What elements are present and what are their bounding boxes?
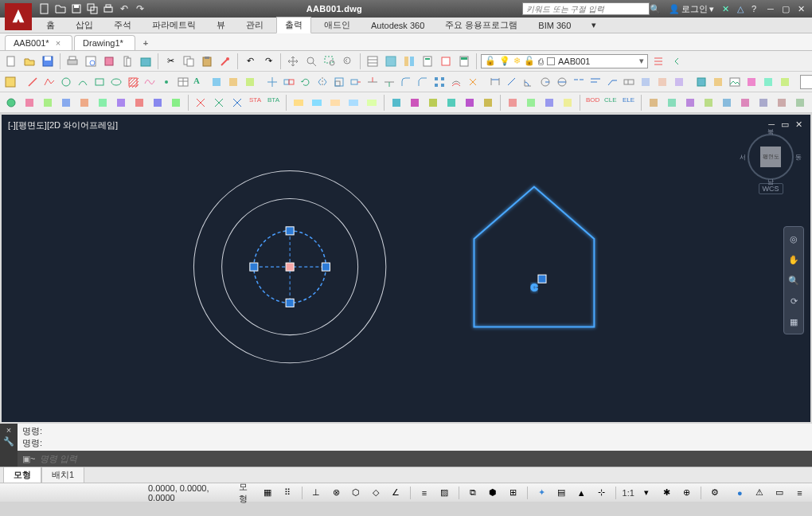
r3-m4-icon[interactable] <box>345 95 361 111</box>
open-file-icon[interactable] <box>21 53 37 69</box>
stretch-icon[interactable] <box>349 74 363 90</box>
save-icon[interactable] <box>70 2 83 15</box>
transparency-toggle-icon[interactable]: ▨ <box>437 486 452 500</box>
r3-n4-icon[interactable] <box>443 95 459 111</box>
drawing-canvas[interactable]: [-][평면도][2D 와이어프레임] ─ ▭ ✕ 북 남 서 동 평면도 WC… <box>2 115 810 422</box>
otrack-toggle-icon[interactable]: ∠ <box>388 486 404 500</box>
isodraft-toggle-icon[interactable]: ⬡ <box>349 486 364 500</box>
dyninput-icon[interactable]: ✦ <box>534 486 549 500</box>
r3-n3-icon[interactable] <box>425 95 441 111</box>
r3-sta-icon[interactable]: STA <box>248 95 264 111</box>
r3-5-icon[interactable] <box>76 95 92 111</box>
spline-icon[interactable] <box>142 74 157 90</box>
move-icon[interactable] <box>265 74 279 90</box>
r3-6-icon[interactable] <box>95 95 111 111</box>
cmd-close-icon[interactable]: × <box>6 425 11 435</box>
r3-o4-icon[interactable] <box>560 95 576 111</box>
ellipse-icon[interactable] <box>109 74 123 90</box>
tab-home[interactable]: 홈 <box>38 18 63 33</box>
pan-icon[interactable] <box>285 53 301 69</box>
snap-toggle-icon[interactable]: ⠿ <box>280 486 295 500</box>
xref-icon[interactable] <box>694 74 709 90</box>
isolate-objects-icon[interactable]: ⚠ <box>752 486 767 500</box>
r3-p6-icon[interactable] <box>737 95 753 111</box>
lineweight-toggle-icon[interactable]: ≡ <box>417 486 432 500</box>
open-icon[interactable] <box>54 2 67 15</box>
new-file-icon[interactable] <box>3 53 19 69</box>
sheet-icon[interactable] <box>119 53 135 69</box>
dim-continue-icon[interactable] <box>572 74 586 90</box>
r3-p8-icon[interactable] <box>774 95 790 111</box>
r3-bta-icon[interactable]: BTA <box>266 95 282 111</box>
doc-tab-aab001[interactable]: AAB001*× <box>5 35 72 50</box>
copy-icon[interactable] <box>181 53 197 69</box>
layout-tab-layout1[interactable]: 배치1 <box>41 467 84 483</box>
offset-icon[interactable] <box>449 74 463 90</box>
dim-aligned-icon[interactable] <box>505 74 519 90</box>
tool-2a-icon[interactable] <box>209 74 224 90</box>
new-tab-icon[interactable]: + <box>137 36 154 50</box>
tab-parametric[interactable]: 파라메트릭 <box>144 18 204 33</box>
r3-9-icon[interactable] <box>150 95 166 111</box>
trim-icon[interactable] <box>365 74 380 90</box>
mtext-icon[interactable]: A <box>193 74 207 90</box>
properties-icon[interactable] <box>365 53 381 69</box>
paste-icon[interactable] <box>199 53 215 69</box>
quickprops-icon[interactable]: ▤ <box>554 486 569 500</box>
r3-p5-icon[interactable] <box>719 95 735 111</box>
cut-icon[interactable]: ✂ <box>162 53 178 69</box>
r3-3-icon[interactable] <box>40 95 56 111</box>
app-logo[interactable] <box>5 3 32 30</box>
r3-2-icon[interactable] <box>21 95 37 111</box>
image-icon[interactable] <box>728 74 742 90</box>
saveas-icon[interactable] <box>86 2 99 15</box>
tool-2y-icon[interactable] <box>761 74 775 90</box>
scale-icon[interactable] <box>332 74 346 90</box>
table-icon[interactable] <box>176 74 190 90</box>
arc-icon[interactable] <box>76 74 90 90</box>
tab-addins[interactable]: 애드인 <box>316 18 358 33</box>
rotate-icon[interactable] <box>299 74 313 90</box>
gizmo-icon[interactable]: ⊹ <box>594 486 609 500</box>
dim-angular-icon[interactable] <box>521 74 536 90</box>
r3-p1-icon[interactable] <box>646 95 662 111</box>
leader-icon[interactable] <box>605 74 619 90</box>
r3-ele-icon[interactable]: ELE <box>621 95 637 111</box>
r3-8-icon[interactable] <box>131 95 147 111</box>
r3-12-icon[interactable] <box>211 95 227 111</box>
save-file-icon[interactable] <box>40 53 56 69</box>
tab-manage[interactable]: 관리 <box>238 18 271 33</box>
annotation-autoscale-icon[interactable]: ⊕ <box>679 486 694 500</box>
ribbon-expand-icon[interactable]: ▾ <box>584 18 604 32</box>
r3-p4-icon[interactable] <box>701 95 716 111</box>
customize-icon[interactable]: ≡ <box>792 486 807 500</box>
r3-11-icon[interactable] <box>193 95 209 111</box>
r3-1-icon[interactable] <box>3 95 19 111</box>
layer-properties-icon[interactable] <box>650 53 666 69</box>
r3-m1-icon[interactable] <box>291 95 306 111</box>
polyline-icon[interactable] <box>42 74 57 90</box>
r3-o2-icon[interactable] <box>523 95 539 111</box>
undo-icon[interactable]: ↶ <box>118 2 131 15</box>
dim-radius-icon[interactable] <box>538 74 552 90</box>
circle-icon[interactable] <box>59 74 73 90</box>
maximize-icon[interactable]: ▢ <box>779 3 792 14</box>
tool-2z-icon[interactable] <box>778 74 792 90</box>
zoom-realtime-icon[interactable] <box>303 53 319 69</box>
minimize-icon[interactable]: ─ <box>764 3 777 14</box>
extend-icon[interactable] <box>382 74 396 90</box>
redo-icon[interactable]: ↷ <box>134 2 146 15</box>
mirror-icon[interactable] <box>315 74 330 90</box>
point-icon[interactable] <box>159 74 174 90</box>
match-properties-icon[interactable] <box>217 53 233 69</box>
r3-o1-icon[interactable] <box>505 95 521 111</box>
publish-icon[interactable] <box>101 53 117 69</box>
hatch-icon[interactable] <box>126 74 140 90</box>
r3-m5-icon[interactable] <box>364 95 380 111</box>
sheetset-icon[interactable] <box>138 53 154 69</box>
clean-screen-icon[interactable]: ▭ <box>772 486 787 500</box>
cmd-options-icon[interactable]: 🔧 <box>3 436 14 447</box>
tool-2b-icon[interactable] <box>226 74 240 90</box>
grid-toggle-icon[interactable]: ▦ <box>260 486 275 500</box>
osnap-toggle-icon[interactable]: ◇ <box>369 486 384 500</box>
